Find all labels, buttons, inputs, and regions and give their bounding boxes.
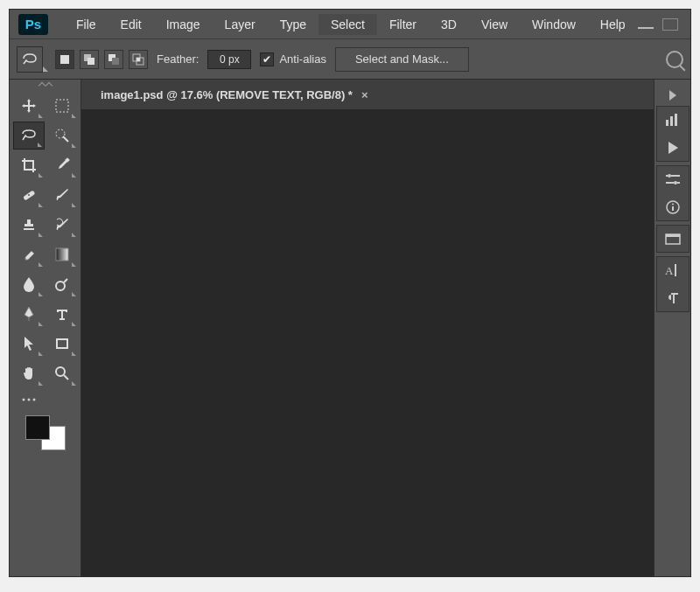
window-restore-button[interactable] [662,18,678,31]
hand-icon [22,366,36,381]
subtract-squares-icon [108,53,120,66]
expand-panels-icon[interactable] [669,90,676,101]
menu-edit[interactable]: Edit [108,14,154,35]
svg-rect-21 [670,116,673,126]
svg-point-17 [23,399,25,401]
svg-rect-2 [88,58,94,65]
info-panel-icon[interactable] [663,198,682,217]
svg-point-14 [56,282,65,290]
history-brush-icon [54,217,70,233]
selection-new[interactable] [55,50,74,69]
workspace: image1.psd @ 17.6% (REMOVE TEXT, RGB/8) … [10,80,690,576]
tool-gradient[interactable] [46,240,78,268]
menu-type[interactable]: Type [268,14,318,35]
character-panel-icon[interactable]: A [663,261,682,280]
svg-rect-7 [136,58,140,61]
lasso-icon [21,52,38,66]
selection-subtract[interactable] [104,50,123,69]
antialias-checkbox[interactable]: ✔ Anti-alias [260,52,326,66]
selection-intersect[interactable] [129,50,148,69]
menu-file[interactable]: File [64,14,108,35]
character-icon: A [665,263,681,277]
dots-icon [20,397,38,402]
tool-move[interactable] [13,92,45,120]
tool-eyedropper[interactable] [46,151,78,179]
tool-brush[interactable] [46,181,78,209]
svg-point-24 [674,181,677,185]
svg-point-12 [28,194,30,196]
tool-spot-heal[interactable] [13,181,45,209]
collapse-icon[interactable] [38,82,45,89]
select-and-mask-button[interactable]: Select and Mask... [335,47,469,72]
eraser-icon [21,247,37,262]
app-logo: Ps [18,14,48,35]
stamp-icon [21,217,37,233]
move-icon [21,98,37,114]
close-tab-button[interactable]: × [361,88,368,101]
tool-marquee[interactable] [46,92,78,120]
properties-panel-icon[interactable] [663,170,682,189]
tool-path-select[interactable] [13,330,45,358]
adjustments-icon [665,172,681,186]
document-tab[interactable]: image1.psd @ 17.6% (REMOVE TEXT, RGB/8) … [94,83,375,107]
tool-crop[interactable] [13,151,45,179]
menu-image[interactable]: Image [154,14,213,35]
tool-shape[interactable] [46,330,78,358]
eyedropper-icon [54,157,70,173]
menu-window[interactable]: Window [520,14,588,35]
svg-point-16 [56,367,65,376]
tool-blur[interactable] [13,270,45,298]
tool-lasso[interactable] [13,122,45,150]
crop-icon [21,157,37,173]
panel-group-3 [656,225,690,253]
svg-rect-4 [112,58,119,65]
paragraph-panel-icon[interactable] [663,289,682,308]
rectangle-icon [55,337,69,351]
libraries-panel-icon[interactable] [663,229,682,248]
wand-icon [54,128,70,143]
svg-rect-15 [57,339,67,348]
menu-3d[interactable]: 3D [429,14,469,35]
tool-edit-toolbar[interactable] [13,389,45,410]
brush-icon [54,187,70,203]
tool-eraser[interactable] [13,240,45,268]
menu-layer[interactable]: Layer [213,14,268,35]
tool-zoom[interactable] [46,359,78,387]
color-swatches[interactable] [25,415,66,450]
tool-hand[interactable] [13,359,45,387]
canvas-wrap: REMOVE TEXT [81,109,654,576]
history-panel-icon[interactable] [663,110,682,129]
antialias-label: Anti-alias [279,52,326,66]
svg-rect-0 [60,55,69,64]
type-icon [55,307,69,321]
tool-history-brush[interactable] [46,211,78,239]
tool-pen[interactable] [13,300,45,328]
tool-dodge[interactable] [46,270,78,298]
info-icon [666,200,680,214]
current-tool-preset[interactable] [17,46,43,73]
pen-icon [22,306,36,322]
search-icon[interactable] [666,51,683,68]
selection-mode-group [55,50,148,69]
window-minimize-button[interactable] [638,18,654,29]
libraries-icon [665,232,681,246]
menu-bar: Ps File Edit Image Layer Type Select Fil… [10,10,690,39]
paragraph-icon [666,291,680,305]
check-icon: ✔ [260,52,274,66]
tool-clone-stamp[interactable] [13,211,45,239]
tool-quick-select[interactable] [46,122,78,150]
zoom-icon [54,366,70,381]
menu-filter[interactable]: Filter [377,14,429,35]
menu-help[interactable]: Help [588,14,638,35]
actions-panel-icon[interactable] [663,138,682,157]
menu-view[interactable]: View [469,14,520,35]
collapse-icon[interactable] [45,82,52,89]
svg-rect-13 [56,248,68,261]
selection-add[interactable] [80,50,99,69]
arrow-icon [23,336,35,352]
feather-input[interactable]: 0 px [207,50,251,69]
foreground-color-swatch[interactable] [25,415,50,440]
menu-select[interactable]: Select [318,14,377,35]
lasso-icon [21,129,37,143]
tool-type[interactable] [46,300,78,328]
